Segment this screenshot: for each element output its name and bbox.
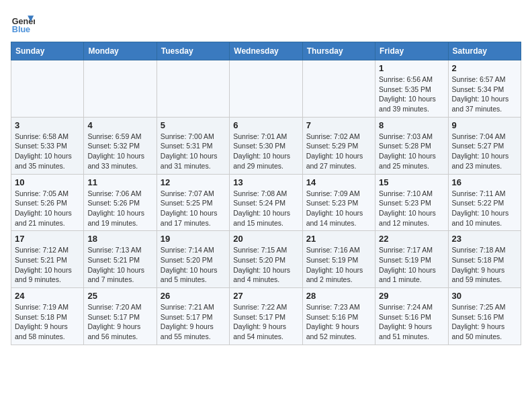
day-info: Sunrise: 6:59 AM Sunset: 5:32 PM Dayligh… xyxy=(87,132,152,171)
day-info: Sunrise: 7:17 AM Sunset: 5:19 PM Dayligh… xyxy=(379,245,444,285)
svg-text:Blue: Blue xyxy=(12,25,30,34)
calendar-cell: 14Sunrise: 7:09 AM Sunset: 5:23 PM Dayli… xyxy=(302,174,375,231)
day-number: 14 xyxy=(306,177,371,187)
day-number: 7 xyxy=(306,120,371,130)
calendar-cell: 3Sunrise: 6:58 AM Sunset: 5:33 PM Daylig… xyxy=(11,117,84,174)
calendar-header-friday: Friday xyxy=(375,42,448,60)
calendar-header-monday: Monday xyxy=(84,42,157,60)
day-info: Sunrise: 6:58 AM Sunset: 5:33 PM Dayligh… xyxy=(15,132,80,171)
day-number: 2 xyxy=(452,63,517,73)
calendar-table: SundayMondayTuesdayWednesdayThursdayFrid… xyxy=(11,42,521,345)
day-info: Sunrise: 7:24 AM Sunset: 5:16 PM Dayligh… xyxy=(379,302,444,342)
calendar-cell: 23Sunrise: 7:18 AM Sunset: 5:18 PM Dayli… xyxy=(448,231,521,288)
calendar-cell xyxy=(84,60,157,118)
calendar-cell: 4Sunrise: 6:59 AM Sunset: 5:32 PM Daylig… xyxy=(84,117,157,174)
day-number: 29 xyxy=(379,291,444,301)
day-number: 22 xyxy=(379,234,444,244)
day-number: 9 xyxy=(452,120,517,130)
day-info: Sunrise: 7:25 AM Sunset: 5:16 PM Dayligh… xyxy=(452,302,517,342)
day-number: 21 xyxy=(306,234,371,244)
day-info: Sunrise: 7:12 AM Sunset: 5:21 PM Dayligh… xyxy=(15,245,80,285)
calendar-cell: 30Sunrise: 7:25 AM Sunset: 5:16 PM Dayli… xyxy=(448,288,521,345)
calendar-cell: 25Sunrise: 7:20 AM Sunset: 5:17 PM Dayli… xyxy=(84,288,157,345)
calendar-cell xyxy=(230,60,302,118)
calendar-body: 1Sunrise: 6:56 AM Sunset: 5:35 PM Daylig… xyxy=(11,60,521,345)
day-info: Sunrise: 7:08 AM Sunset: 5:24 PM Dayligh… xyxy=(233,189,298,228)
calendar-cell xyxy=(157,60,229,118)
day-info: Sunrise: 7:20 AM Sunset: 5:17 PM Dayligh… xyxy=(87,302,152,342)
day-number: 4 xyxy=(87,120,152,130)
day-number: 13 xyxy=(233,177,298,187)
day-number: 5 xyxy=(161,120,226,130)
calendar-cell: 8Sunrise: 7:03 AM Sunset: 5:28 PM Daylig… xyxy=(375,117,448,174)
calendar-cell: 18Sunrise: 7:13 AM Sunset: 5:21 PM Dayli… xyxy=(84,231,157,288)
day-info: Sunrise: 7:09 AM Sunset: 5:23 PM Dayligh… xyxy=(306,189,371,228)
day-info: Sunrise: 7:06 AM Sunset: 5:26 PM Dayligh… xyxy=(87,189,152,228)
calendar-cell: 21Sunrise: 7:16 AM Sunset: 5:19 PM Dayli… xyxy=(302,231,375,288)
day-number: 19 xyxy=(161,234,226,244)
calendar-header-tuesday: Tuesday xyxy=(157,42,229,60)
day-number: 1 xyxy=(379,63,444,73)
calendar-cell: 2Sunrise: 6:57 AM Sunset: 5:34 PM Daylig… xyxy=(448,60,521,118)
day-info: Sunrise: 7:05 AM Sunset: 5:26 PM Dayligh… xyxy=(15,189,80,228)
calendar-cell: 24Sunrise: 7:19 AM Sunset: 5:18 PM Dayli… xyxy=(11,288,84,345)
day-number: 8 xyxy=(379,120,444,130)
calendar-cell: 11Sunrise: 7:06 AM Sunset: 5:26 PM Dayli… xyxy=(84,174,157,231)
day-number: 26 xyxy=(161,291,226,301)
day-number: 6 xyxy=(233,120,298,130)
calendar-cell: 19Sunrise: 7:14 AM Sunset: 5:20 PM Dayli… xyxy=(157,231,229,288)
day-number: 23 xyxy=(452,234,517,244)
day-number: 28 xyxy=(306,291,371,301)
calendar-cell: 10Sunrise: 7:05 AM Sunset: 5:26 PM Dayli… xyxy=(11,174,84,231)
calendar-cell: 15Sunrise: 7:10 AM Sunset: 5:23 PM Dayli… xyxy=(375,174,448,231)
day-info: Sunrise: 7:11 AM Sunset: 5:22 PM Dayligh… xyxy=(452,189,517,228)
day-info: Sunrise: 7:16 AM Sunset: 5:19 PM Dayligh… xyxy=(306,245,371,285)
day-info: Sunrise: 7:13 AM Sunset: 5:21 PM Dayligh… xyxy=(87,245,152,285)
day-info: Sunrise: 7:02 AM Sunset: 5:29 PM Dayligh… xyxy=(306,132,371,171)
calendar-header-sunday: Sunday xyxy=(11,42,84,60)
day-number: 18 xyxy=(87,234,152,244)
calendar-header: SundayMondayTuesdayWednesdayThursdayFrid… xyxy=(11,42,521,60)
day-number: 11 xyxy=(87,177,152,187)
day-info: Sunrise: 7:04 AM Sunset: 5:27 PM Dayligh… xyxy=(452,132,517,171)
day-number: 15 xyxy=(379,177,444,187)
calendar-week-3: 10Sunrise: 7:05 AM Sunset: 5:26 PM Dayli… xyxy=(11,174,521,231)
calendar-week-1: 1Sunrise: 6:56 AM Sunset: 5:35 PM Daylig… xyxy=(11,60,521,118)
day-number: 30 xyxy=(452,291,517,301)
day-info: Sunrise: 7:10 AM Sunset: 5:23 PM Dayligh… xyxy=(379,189,444,228)
day-number: 10 xyxy=(15,177,80,187)
day-number: 27 xyxy=(233,291,298,301)
day-info: Sunrise: 7:18 AM Sunset: 5:18 PM Dayligh… xyxy=(452,245,517,285)
calendar-cell: 5Sunrise: 7:00 AM Sunset: 5:31 PM Daylig… xyxy=(157,117,229,174)
day-number: 17 xyxy=(15,234,80,244)
day-number: 3 xyxy=(15,120,80,130)
day-number: 12 xyxy=(161,177,226,187)
calendar-cell: 27Sunrise: 7:22 AM Sunset: 5:17 PM Dayli… xyxy=(230,288,302,345)
day-info: Sunrise: 7:21 AM Sunset: 5:17 PM Dayligh… xyxy=(161,302,226,342)
day-info: Sunrise: 6:57 AM Sunset: 5:34 PM Dayligh… xyxy=(452,75,517,114)
day-number: 25 xyxy=(87,291,152,301)
calendar-cell: 13Sunrise: 7:08 AM Sunset: 5:24 PM Dayli… xyxy=(230,174,302,231)
calendar-cell xyxy=(302,60,375,118)
day-number: 20 xyxy=(233,234,298,244)
calendar-week-2: 3Sunrise: 6:58 AM Sunset: 5:33 PM Daylig… xyxy=(11,117,521,174)
logo: General Blue xyxy=(11,11,39,35)
calendar-cell: 9Sunrise: 7:04 AM Sunset: 5:27 PM Daylig… xyxy=(448,117,521,174)
calendar-cell: 16Sunrise: 7:11 AM Sunset: 5:22 PM Dayli… xyxy=(448,174,521,231)
calendar-cell: 20Sunrise: 7:15 AM Sunset: 5:20 PM Dayli… xyxy=(230,231,302,288)
calendar-header-thursday: Thursday xyxy=(302,42,375,60)
day-info: Sunrise: 7:07 AM Sunset: 5:25 PM Dayligh… xyxy=(161,189,226,228)
day-info: Sunrise: 7:01 AM Sunset: 5:30 PM Dayligh… xyxy=(233,132,298,171)
calendar-header-wednesday: Wednesday xyxy=(230,42,302,60)
day-info: Sunrise: 7:03 AM Sunset: 5:28 PM Dayligh… xyxy=(379,132,444,171)
day-number: 16 xyxy=(452,177,517,187)
day-info: Sunrise: 7:19 AM Sunset: 5:18 PM Dayligh… xyxy=(15,302,80,342)
calendar-week-5: 24Sunrise: 7:19 AM Sunset: 5:18 PM Dayli… xyxy=(11,288,521,345)
calendar-cell: 29Sunrise: 7:24 AM Sunset: 5:16 PM Dayli… xyxy=(375,288,448,345)
calendar-cell: 26Sunrise: 7:21 AM Sunset: 5:17 PM Dayli… xyxy=(157,288,229,345)
calendar-cell: 6Sunrise: 7:01 AM Sunset: 5:30 PM Daylig… xyxy=(230,117,302,174)
calendar-header-saturday: Saturday xyxy=(448,42,521,60)
logo-icon: General Blue xyxy=(11,11,35,35)
calendar-cell: 1Sunrise: 6:56 AM Sunset: 5:35 PM Daylig… xyxy=(375,60,448,118)
day-info: Sunrise: 7:22 AM Sunset: 5:17 PM Dayligh… xyxy=(233,302,298,342)
